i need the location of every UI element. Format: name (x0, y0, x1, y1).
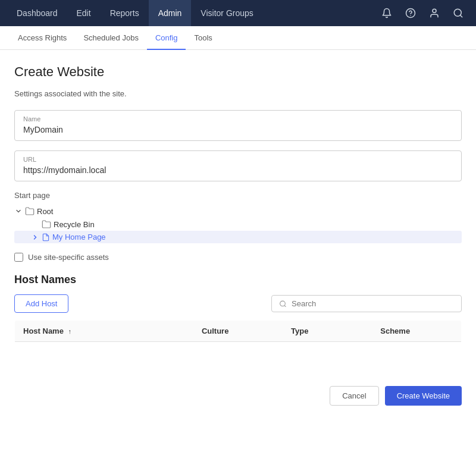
name-label: Name (23, 115, 453, 123)
folder-icon (25, 206, 35, 216)
bell-icon (381, 8, 392, 18)
folder-icon-recycle (42, 219, 51, 229)
subnav-scheduled-jobs[interactable]: Scheduled Jobs (75, 26, 147, 50)
main-content: Create Website Settings associated with … (0, 50, 476, 452)
root-chevron-icon (14, 207, 23, 215)
top-nav-items: Dashboard Edit Reports Admin Visitor Gro… (7, 0, 376, 26)
nav-item-visitor-groups[interactable]: Visitor Groups (191, 0, 262, 26)
home-chevron-icon (31, 233, 39, 241)
col-culture[interactable]: Culture (193, 321, 283, 342)
search-input[interactable] (292, 299, 454, 308)
cancel-button[interactable]: Cancel (330, 386, 378, 406)
site-assets-label[interactable]: Use site-specific assets (28, 253, 109, 262)
search-icon (453, 8, 464, 18)
subnav-tools[interactable]: Tools (186, 26, 220, 50)
page-title: Create Website (14, 64, 462, 80)
empty-row (15, 342, 462, 372)
nav-item-admin[interactable]: Admin (149, 0, 192, 26)
table-header: Host Name ↑ Culture Type Scheme (15, 321, 462, 342)
start-page-label: Start page (14, 191, 462, 200)
svg-line-4 (460, 15, 462, 17)
tree-item-recycle-bin-label: Recycle Bin (54, 220, 95, 229)
search-box (271, 295, 462, 312)
tree-item-root[interactable]: Root (14, 205, 462, 218)
col-host-name[interactable]: Host Name ↑ (15, 321, 193, 342)
sort-arrow-icon: ↑ (68, 328, 72, 335)
footer-actions: Cancel Create Website (14, 384, 462, 406)
name-input[interactable] (23, 125, 453, 134)
sub-navigation: Access Rights Scheduled Jobs Config Tool… (0, 26, 476, 50)
host-names-title: Host Names (14, 274, 462, 286)
svg-point-5 (280, 301, 286, 306)
document-icon (42, 233, 50, 241)
user-icon-btn[interactable] (424, 2, 445, 24)
top-navigation: Dashboard Edit Reports Admin Visitor Gro… (0, 0, 476, 26)
add-host-button[interactable]: Add Host (14, 294, 68, 313)
url-label: URL (23, 156, 453, 163)
user-icon (429, 8, 440, 18)
checkbox-row: Use site-specific assets (14, 253, 462, 262)
host-names-table: Host Name ↑ Culture Type Scheme (14, 320, 462, 372)
name-field-group: Name (14, 110, 462, 141)
search-icon-btn[interactable] (447, 2, 469, 24)
help-icon (405, 8, 416, 18)
notification-icon-btn[interactable] (376, 2, 397, 24)
nav-item-reports[interactable]: Reports (101, 0, 149, 26)
tree-item-my-home-page[interactable]: My Home Page (14, 231, 462, 243)
col-type[interactable]: Type (283, 321, 372, 342)
settings-description: Settings associated with the site. (14, 89, 462, 98)
create-website-button[interactable]: Create Website (385, 386, 462, 406)
recycle-chevron-placeholder (31, 220, 39, 228)
search-box-icon (279, 300, 287, 308)
site-assets-checkbox[interactable] (14, 253, 23, 262)
help-icon-btn[interactable] (400, 2, 421, 24)
tree-item-recycle-bin[interactable]: Recycle Bin (14, 218, 462, 231)
tree-item-root-label: Root (37, 207, 53, 216)
page-tree: Root Recycle Bin My Home Page (14, 205, 462, 243)
nav-item-dashboard[interactable]: Dashboard (7, 0, 67, 26)
table-body (15, 342, 462, 372)
top-nav-icons (376, 2, 469, 24)
url-input[interactable] (23, 165, 453, 175)
svg-point-2 (433, 9, 436, 12)
nav-item-edit[interactable]: Edit (67, 0, 101, 26)
tree-item-my-home-page-label: My Home Page (52, 233, 106, 241)
svg-line-6 (284, 305, 286, 306)
subnav-access-rights[interactable]: Access Rights (10, 26, 75, 50)
host-actions-bar: Add Host (14, 294, 462, 313)
subnav-config[interactable]: Config (147, 26, 186, 50)
col-scheme[interactable]: Scheme (372, 321, 461, 342)
url-field-group: URL (14, 150, 462, 181)
